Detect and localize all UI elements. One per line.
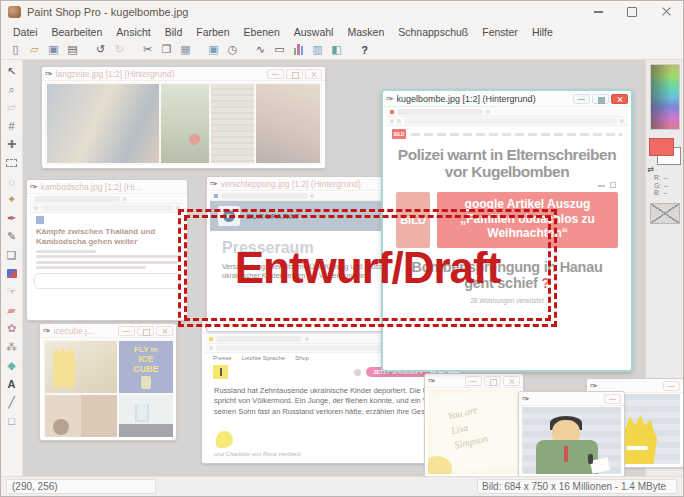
panel-bart — [45, 341, 117, 393]
undo-icon[interactable]: ↺ — [91, 41, 110, 58]
collage-titlebar[interactable]: ✑ langzeite.jpg [1:2] (Hintergrund) — [42, 67, 325, 81]
icecube-close-button[interactable] — [156, 326, 173, 336]
article-card — [34, 273, 180, 289]
selection-tool[interactable] — [3, 154, 21, 172]
maximize-button[interactable] — [615, 1, 649, 23]
character-head — [53, 419, 69, 435]
note-minimize-button[interactable] — [465, 376, 482, 386]
close-button[interactable] — [649, 1, 683, 23]
toolbar: ▯ ▱ ▣ ▤ ↺ ↻ ✂ ❐ ▦ ▣ ◷ ∿ ▭ ▥ ◧ ? — [1, 40, 683, 60]
line-tool[interactable]: ╱ — [3, 393, 21, 411]
menu-fenster[interactable]: Fenster — [475, 26, 525, 38]
histogram-icon[interactable] — [289, 41, 308, 58]
reporter-titlebar[interactable]: ✑ — [519, 392, 624, 406]
chart-icon[interactable]: ▥ — [308, 41, 327, 58]
kugelbombe-titlebar[interactable]: ✑ kugelbombe.jpg [1:2] (Hintergrund) — [383, 91, 631, 107]
menu-farben[interactable]: Farben — [189, 26, 236, 38]
reporter-minimize-button[interactable] — [604, 394, 621, 404]
collage-close-button[interactable] — [305, 69, 322, 79]
menu-hilfe[interactable]: Hilfe — [525, 26, 560, 38]
zoom-tool[interactable]: ⌕ — [3, 80, 21, 98]
icecube-canvas[interactable]: FLY in ICE CUBE — [43, 339, 173, 437]
menu-bild[interactable]: Bild — [158, 26, 190, 38]
browser-address-row — [30, 204, 184, 213]
browser-tab — [221, 193, 307, 199]
nav-shop[interactable]: Shop — [295, 355, 309, 361]
color-picker-rainbow[interactable] — [650, 64, 680, 130]
cut-icon[interactable]: ✂ — [138, 41, 157, 58]
menu-schnappschuss[interactable]: Schnappschuß — [391, 26, 475, 38]
nav-leichte-sprache[interactable]: Leichte Sprache — [242, 355, 285, 361]
kambodscha-canvas[interactable]: Kämpfe zwischen Thailand und Kambodscha … — [30, 195, 184, 317]
note-maximize-button[interactable] — [484, 376, 501, 386]
kambodscha-titlebar[interactable]: ✑ kambodscha.jpg [1:2] (Hi... — [27, 180, 187, 194]
image-window-note[interactable]: ✑ You are Lisa Simpson — [424, 373, 524, 476]
full-screen-preview-icon[interactable]: ▣ — [204, 41, 223, 58]
paste-icon[interactable]: ▦ — [176, 41, 195, 58]
airbrush-tool[interactable]: ⁂ — [3, 338, 21, 356]
menu-datei[interactable]: Datei — [6, 26, 45, 38]
text-tool[interactable]: A — [3, 375, 21, 393]
menu-auswahl[interactable]: Auswahl — [287, 26, 341, 38]
menu-bearbeiten[interactable]: Bearbeiten — [45, 26, 110, 38]
image-window-reporter[interactable]: ✑ — [518, 391, 625, 476]
collage-canvas[interactable] — [45, 82, 322, 165]
flood-fill-tool[interactable]: ◆ — [3, 356, 21, 374]
image-window-icecube[interactable]: ✑ icecube.j... FLY in ICE CUBE — [39, 323, 177, 441]
menu-ebenen[interactable]: Ebenen — [237, 26, 287, 38]
poster-line-1: FLY in — [134, 345, 158, 354]
nav-presse[interactable]: Presse — [213, 355, 232, 361]
dialog-box-icon[interactable]: ▭ — [270, 41, 289, 58]
kugelbombe-close-button[interactable] — [611, 94, 628, 104]
kugelbombe-maximize-button[interactable] — [592, 94, 609, 104]
texture-none-box[interactable] — [650, 203, 680, 224]
open-file-icon[interactable]: ▱ — [25, 41, 44, 58]
app-titlebar[interactable]: Paint Shop Pro - kugelbombe.jpg — [1, 1, 683, 23]
color-swatches: ⇄ — [648, 136, 682, 174]
reporter-canvas[interactable] — [522, 407, 621, 474]
timer-icon[interactable]: ◷ — [223, 41, 242, 58]
context-help-icon[interactable]: ? — [355, 41, 374, 58]
icecube-minimize-button[interactable] — [118, 326, 135, 336]
shape-tool[interactable]: □ — [3, 411, 21, 429]
retouch-tool[interactable]: ☞ — [3, 283, 21, 301]
account-icon[interactable] — [354, 369, 361, 376]
magic-wand-tool[interactable]: ✦ — [3, 191, 21, 209]
image-window-collage[interactable]: ✑ langzeite.jpg [1:2] (Hintergrund) — [41, 66, 326, 169]
note-canvas[interactable]: You are Lisa Simpson — [428, 389, 520, 474]
copy-icon[interactable]: ❐ — [157, 41, 176, 58]
save-file-icon[interactable]: ▣ — [44, 41, 63, 58]
curves-icon[interactable]: ∿ — [251, 41, 270, 58]
arrow-tool[interactable]: ↖ — [3, 62, 21, 80]
minimize-button[interactable] — [581, 1, 615, 23]
embedded-window-controls — [598, 181, 616, 188]
kugelbombe-minimize-button[interactable] — [573, 94, 590, 104]
note-close-button[interactable] — [503, 376, 520, 386]
clone-brush-tool[interactable]: ❏ — [3, 246, 21, 264]
draft-selection-marquee[interactable]: Entwurf/Draft — [178, 209, 557, 327]
note-titlebar[interactable]: ✑ — [425, 374, 523, 388]
color-replacer-tool[interactable] — [3, 264, 21, 282]
foreground-color-swatch[interactable] — [649, 138, 674, 156]
icecube-titlebar[interactable]: ✑ icecube.j... — [40, 324, 176, 338]
rgb-r-row: R:-- — [646, 174, 683, 182]
crop-tool[interactable]: # — [3, 117, 21, 135]
menu-masken[interactable]: Masken — [340, 26, 391, 38]
dropper-tool[interactable]: ✒ — [3, 209, 21, 227]
eraser-tool[interactable]: ▰ — [3, 301, 21, 319]
lisa-minimize-button[interactable] — [663, 381, 680, 391]
collage-minimize-button[interactable] — [267, 69, 284, 79]
kambodscha-title: kambodscha.jpg [1:2] (Hi... — [41, 182, 142, 192]
freehand-selection-tool[interactable]: ◌ — [3, 172, 21, 190]
picture-tube-tool[interactable]: ✿ — [3, 319, 21, 337]
icecube-maximize-button[interactable] — [137, 326, 154, 336]
paintbrush-tool[interactable]: ✎ — [3, 228, 21, 246]
color-palette-icon[interactable]: ◧ — [327, 41, 346, 58]
collage-maximize-button[interactable] — [286, 69, 303, 79]
menu-ansicht[interactable]: Ansicht — [109, 26, 157, 38]
print-icon[interactable]: ▤ — [63, 41, 82, 58]
mover-tool[interactable]: ✚ — [3, 136, 21, 154]
image-window-kambodscha[interactable]: ✑ kambodscha.jpg [1:2] (Hi... Kämpfe zwi… — [26, 179, 188, 321]
swap-colors-icon[interactable]: ⇄ — [648, 165, 655, 174]
new-file-icon[interactable]: ▯ — [6, 41, 25, 58]
